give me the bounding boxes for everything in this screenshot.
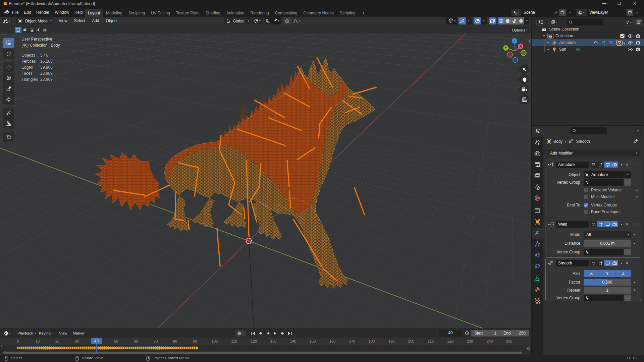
svg-text:Y: Y xyxy=(505,46,507,50)
svg-text:X: X xyxy=(520,45,522,48)
svg-text:Z: Z xyxy=(514,39,516,43)
